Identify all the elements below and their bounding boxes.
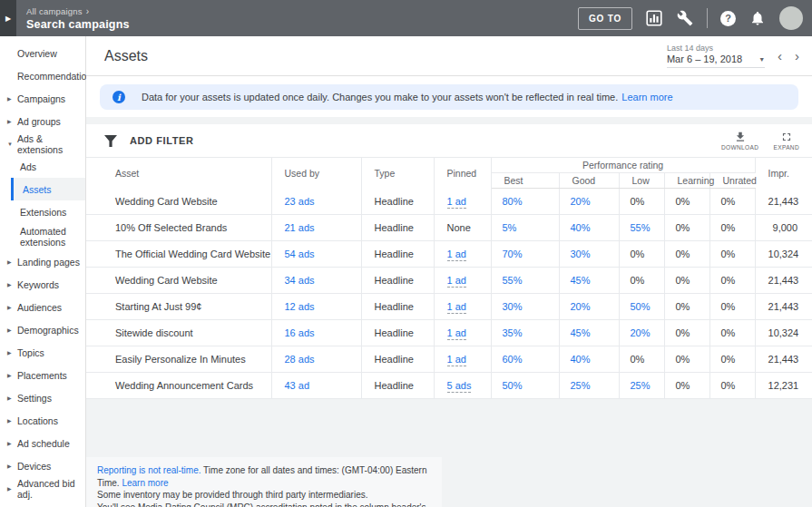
footer-learn-more-link[interactable]: Learn more — [122, 478, 168, 488]
best-pct-link[interactable]: 60% — [503, 354, 523, 365]
best-pct-link[interactable]: 55% — [503, 275, 523, 286]
sidebar-item-advanced-bid-adj[interactable]: ▶Advanced bid adj. — [0, 477, 85, 500]
pinned-link[interactable]: 1 ad — [447, 301, 466, 314]
sidebar-item-settings[interactable]: ▶Settings — [0, 386, 85, 409]
column-header-asset[interactable]: Asset — [86, 158, 271, 189]
column-header-best[interactable]: Best — [491, 173, 559, 189]
good-pct-link[interactable]: 30% — [571, 249, 591, 259]
pinned-link[interactable]: 1 ad — [447, 249, 466, 261]
sidebar-item-ads-extensions[interactable]: ▼Ads & extensions — [0, 132, 85, 155]
sidebar-item-extensions[interactable]: Extensions — [0, 200, 85, 223]
asset-cell: Easily Personalize In Minutes — [86, 346, 271, 373]
download-button[interactable]: DOWNLOAD — [721, 131, 758, 151]
reporting-not-realtime-link[interactable]: Reporting is not real-time. — [97, 465, 201, 475]
add-filter-button[interactable]: ADD FILTER — [130, 135, 194, 146]
sidebar-item-placements[interactable]: ▶Placements — [0, 364, 85, 386]
best-pct-link[interactable]: 70% — [503, 249, 523, 259]
expand-button[interactable]: EXPAND — [773, 131, 799, 151]
date-preset-label: Last 14 days — [667, 44, 765, 53]
column-header-unrated[interactable]: Unrated — [709, 173, 755, 189]
low-pct-cell: 0% — [619, 189, 664, 215]
sidebar-item-ad-groups[interactable]: ▶Ad groups — [0, 110, 85, 132]
pinned-link[interactable]: 1 ad — [447, 354, 466, 366]
best-pct-link[interactable]: 80% — [503, 196, 523, 207]
good-pct-link[interactable]: 45% — [571, 327, 591, 338]
pinned-link[interactable]: 1 ad — [447, 275, 466, 288]
column-header-used-by[interactable]: Used by — [271, 158, 361, 189]
column-header-impr[interactable]: Impr. — [755, 158, 812, 189]
date-range-picker[interactable]: Last 14 days Mar 6 – 19, 2018 ▼ — [667, 44, 765, 68]
used-by-link[interactable]: 21 ads — [285, 222, 315, 233]
used-by-link[interactable]: 12 ads — [285, 301, 315, 312]
good-pct-link[interactable]: 25% — [571, 380, 591, 391]
sidebar-item-overview[interactable]: Overview — [0, 42, 85, 64]
column-header-low[interactable]: Low — [619, 173, 664, 189]
low-pct-link[interactable]: 20% — [631, 327, 651, 338]
low-pct-cell: 0% — [619, 241, 664, 268]
asset-cell: Sitewide discount — [86, 320, 271, 346]
previous-period-button[interactable]: ‹ — [778, 49, 782, 63]
impr-cell: 21,443 — [755, 189, 812, 215]
pinned-link[interactable]: 1 ad — [447, 327, 466, 340]
sidebar-item-locations[interactable]: ▶Locations — [0, 409, 85, 432]
go-to-button[interactable]: GO TO — [578, 7, 632, 30]
low-pct-link[interactable]: 25% — [631, 380, 651, 391]
chevron-right-icon: ▶ — [7, 304, 12, 310]
sidebar-item-ad-schedule[interactable]: ▶Ad schedule — [0, 432, 85, 454]
low-pct-cell: 0% — [619, 346, 664, 373]
best-pct-link[interactable]: 35% — [503, 327, 523, 338]
low-pct-link[interactable]: 50% — [631, 301, 651, 312]
good-pct-link[interactable]: 40% — [571, 222, 591, 233]
page-context-title: Search campaigns — [26, 18, 130, 31]
sidebar-item-ads[interactable]: Ads — [0, 155, 85, 178]
sidebar-item-campaigns[interactable]: ▶Campaigns — [0, 87, 85, 110]
column-header-type[interactable]: Type — [361, 158, 434, 189]
reports-chart-icon[interactable] — [645, 9, 663, 27]
best-pct-link[interactable]: 30% — [503, 301, 523, 312]
sidebar-item-devices[interactable]: ▶Devices — [0, 454, 85, 477]
used-by-link[interactable]: 16 ads — [285, 327, 315, 338]
notifications-bell-icon[interactable] — [748, 9, 767, 27]
best-pct-link[interactable]: 5% — [503, 222, 517, 233]
chevron-right-icon: ▶ — [7, 327, 12, 333]
chevron-right-icon: ▶ — [7, 372, 12, 378]
used-by-link[interactable]: 54 ads — [285, 249, 315, 259]
table-row: 10% Off Selected Brands 21 ads Headline … — [86, 215, 812, 241]
sidebar-item-recommendations[interactable]: Recommendations — [0, 64, 85, 87]
good-pct-link[interactable]: 40% — [571, 354, 591, 365]
good-pct-link[interactable]: 20% — [571, 196, 591, 207]
breadcrumb-all-campaigns[interactable]: All campaigns — [26, 6, 83, 16]
tools-wrench-icon[interactable] — [676, 9, 694, 27]
used-by-link[interactable]: 43 ad — [285, 380, 310, 391]
learn-more-link[interactable]: Learn more — [621, 92, 672, 102]
sidebar-item-topics[interactable]: ▶Topics — [0, 341, 85, 364]
good-pct-link[interactable]: 45% — [571, 275, 591, 286]
pinned-link[interactable]: 1 ad — [447, 196, 466, 209]
sidebar-item-assets[interactable]: Assets — [11, 178, 85, 200]
account-avatar[interactable] — [779, 6, 803, 30]
low-pct-link[interactable]: 55% — [631, 222, 651, 233]
used-by-link[interactable]: 23 ads — [285, 196, 315, 207]
used-by-link[interactable]: 34 ads — [285, 275, 315, 286]
column-header-good[interactable]: Good — [559, 173, 619, 189]
help-icon[interactable]: ? — [720, 11, 736, 26]
good-pct-link[interactable]: 20% — [571, 301, 591, 312]
pinned-link[interactable]: 5 ads — [447, 380, 472, 393]
chevron-right-icon: › — [86, 6, 90, 16]
sidebar-item-demographics[interactable]: ▶Demographics — [0, 318, 85, 341]
used-by-link[interactable]: 28 ads — [285, 354, 315, 365]
column-header-pinned[interactable]: Pinned — [434, 158, 491, 189]
assets-table-card: ADD FILTER DOWNLOAD EXPAND — [86, 124, 812, 399]
next-period-button[interactable]: › — [795, 49, 799, 63]
nav-expand-strip[interactable]: ▶ — [0, 0, 16, 36]
column-header-learning[interactable]: Learning — [664, 173, 709, 189]
download-icon — [734, 131, 747, 143]
unrated-pct-cell: 0% — [709, 373, 755, 399]
column-group-performance-rating: Performance rating — [491, 158, 755, 173]
sidebar-item-landing-pages[interactable]: ▶Landing pages — [0, 250, 85, 273]
table-row: Easily Personalize In Minutes 28 ads Hea… — [86, 346, 812, 373]
sidebar-item-keywords[interactable]: ▶Keywords — [0, 273, 85, 296]
sidebar-item-automated-extensions[interactable]: Automated extensions — [0, 223, 85, 250]
sidebar-item-audiences[interactable]: ▶Audiences — [0, 296, 85, 318]
best-pct-link[interactable]: 50% — [503, 380, 523, 391]
